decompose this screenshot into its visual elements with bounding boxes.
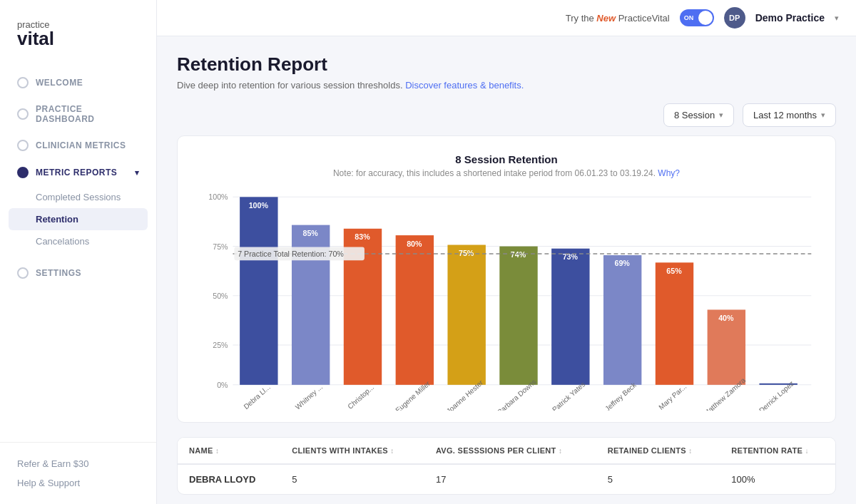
sidebar-bottom: Refer & Earn $30 Help & Support xyxy=(0,442,156,504)
sidebar-item-cancelations[interactable]: Cancelations xyxy=(0,230,156,252)
bar-joanne[interactable] xyxy=(447,245,485,385)
data-table: NAME ↕ CLIENTS WITH INTAKES ↕ AVG. SESSS… xyxy=(178,438,835,494)
svg-text:69%: 69% xyxy=(614,259,630,267)
toggle-thumb xyxy=(698,11,713,25)
chart-subtitle: Note: for accuracy, this includes a shor… xyxy=(195,168,818,178)
chart-svg: 100% 75% 50% 25% 0% 100% Debra Ll... 85%… xyxy=(195,190,818,411)
help-link[interactable]: Help & Support xyxy=(17,473,139,493)
row-clients-intakes: 5 xyxy=(280,464,424,494)
practice-name[interactable]: Demo Practice xyxy=(755,12,825,24)
logo: practice vital xyxy=(0,0,156,62)
svg-text:Christop...: Christop... xyxy=(346,383,375,411)
nav-circle-settings xyxy=(17,267,29,279)
svg-text:85%: 85% xyxy=(302,229,318,237)
features-link[interactable]: Discover features & benefits. xyxy=(405,80,524,91)
svg-text:40%: 40% xyxy=(718,314,734,322)
topbar: Try the New PracticeVital ON DP Demo Pra… xyxy=(157,0,856,36)
svg-text:Whitney ...: Whitney ... xyxy=(294,383,324,411)
svg-text:0%: 0% xyxy=(217,381,228,389)
col-clients-intakes[interactable]: CLIENTS WITH INTAKES ↕ xyxy=(280,438,424,464)
bar-eugene[interactable] xyxy=(396,235,434,385)
svg-text:50%: 50% xyxy=(213,292,228,300)
svg-text:74%: 74% xyxy=(511,250,526,259)
col-rate[interactable]: RETENTION RATE ↓ xyxy=(720,438,835,464)
svg-text:75%: 75% xyxy=(459,249,474,257)
toggle-label: ON xyxy=(681,14,694,21)
row-name: DEBRA LLOYD xyxy=(178,464,280,494)
content-area: Retention Report Dive deep into retentio… xyxy=(157,36,856,504)
sort-icon-name: ↕ xyxy=(215,447,219,455)
svg-text:100%: 100% xyxy=(249,201,268,210)
nav-circle-welcome xyxy=(17,77,29,88)
sidebar-item-completed-sessions[interactable]: Completed Sessions xyxy=(0,186,156,208)
col-retained[interactable]: RETAINED CLIENTS ↕ xyxy=(596,438,720,464)
sidebar-item-retention[interactable]: Retention xyxy=(9,208,148,230)
retention-line-label: 7 Practice Total Retention: 70% xyxy=(238,250,344,258)
table-row: DEBRA LLOYD 5 17 5 100% xyxy=(178,464,835,494)
new-word: New xyxy=(596,13,616,24)
sidebar-item-clinician-metrics[interactable]: CLINICIAN METRICS xyxy=(0,132,156,159)
sidebar-item-metric-reports[interactable]: METRIC REPORTS ▾ xyxy=(0,159,156,186)
chart-title: 8 Session Retention xyxy=(195,153,818,165)
main-area: Try the New PracticeVital ON DP Demo Pra… xyxy=(157,0,856,504)
why-link[interactable]: Why? xyxy=(658,168,680,178)
bar-patrick[interactable] xyxy=(551,249,589,385)
svg-text:Debra Ll...: Debra Ll... xyxy=(243,383,272,411)
practice-chevron-icon: ▾ xyxy=(835,14,839,23)
chart-card: 8 Session Retention Note: for accuracy, … xyxy=(177,135,836,423)
filters-row: 8 Session ▾ Last 12 months ▾ xyxy=(177,103,836,127)
sidebar-item-settings[interactable]: SETTINGS xyxy=(0,259,156,287)
bar-chart: 100% 75% 50% 25% 0% 100% Debra Ll... 85%… xyxy=(195,190,818,411)
sidebar-item-welcome[interactable]: WELCOME xyxy=(0,69,156,96)
col-avg-sessions[interactable]: AVG. SESSSIONS PER CLIENT ↕ xyxy=(424,438,596,464)
nav-circle-clinician xyxy=(17,140,29,151)
svg-text:75%: 75% xyxy=(213,242,228,250)
page-subtitle: Dive deep into retention for various ses… xyxy=(177,80,836,91)
svg-text:83%: 83% xyxy=(355,232,370,241)
bar-mary[interactable] xyxy=(656,262,693,385)
avatar: DP xyxy=(724,7,745,29)
sidebar-nav: WELCOME PRACTICE DASHBOARD CLINICIAN MET… xyxy=(0,62,156,442)
col-name[interactable]: NAME ↕ xyxy=(178,438,280,464)
svg-text:65%: 65% xyxy=(666,266,682,274)
row-avg-sessions: 17 xyxy=(424,464,596,494)
page-title: Retention Report xyxy=(177,53,836,76)
chevron-down-icon: ▾ xyxy=(135,168,140,178)
refer-link[interactable]: Refer & Earn $30 xyxy=(17,454,139,473)
bar-jeffrey[interactable] xyxy=(603,255,641,385)
sidebar: practice vital WELCOME PRACTICE DASHBOAR… xyxy=(0,0,157,504)
row-retained: 5 xyxy=(596,464,720,494)
table-card: NAME ↕ CLIENTS WITH INTAKES ↕ AVG. SESSS… xyxy=(177,437,836,495)
new-toggle[interactable]: ON xyxy=(680,9,714,26)
svg-text:25%: 25% xyxy=(213,341,228,349)
nav-circle-metric xyxy=(17,167,29,178)
row-rate: 100% xyxy=(720,464,835,494)
time-filter-chevron-icon: ▾ xyxy=(821,110,825,120)
svg-text:100%: 100% xyxy=(208,192,228,201)
bar-debra[interactable] xyxy=(240,197,277,385)
time-filter-button[interactable]: Last 12 months ▾ xyxy=(743,103,836,127)
logo-line2: vital xyxy=(17,29,139,48)
table-body: DEBRA LLOYD 5 17 5 100% xyxy=(178,464,835,494)
bar-barbara[interactable] xyxy=(499,247,537,385)
svg-text:Mary Par...: Mary Par... xyxy=(657,382,688,411)
sort-icon-rate: ↓ xyxy=(805,447,809,455)
sort-icon-retained: ↕ xyxy=(688,447,692,455)
nav-circle-dashboard xyxy=(17,108,29,120)
session-filter-button[interactable]: 8 Session ▾ xyxy=(663,103,734,127)
sort-icon-avg: ↕ xyxy=(559,447,562,455)
svg-text:80%: 80% xyxy=(407,239,422,247)
table-header: NAME ↕ CLIENTS WITH INTAKES ↕ AVG. SESSS… xyxy=(178,438,835,464)
new-pill-text: Try the New PracticeVital xyxy=(566,13,670,24)
sidebar-item-practice-dashboard[interactable]: PRACTICE DASHBOARD xyxy=(0,96,156,132)
sort-icon-intakes: ↕ xyxy=(390,447,394,455)
session-filter-chevron-icon: ▾ xyxy=(719,110,723,120)
